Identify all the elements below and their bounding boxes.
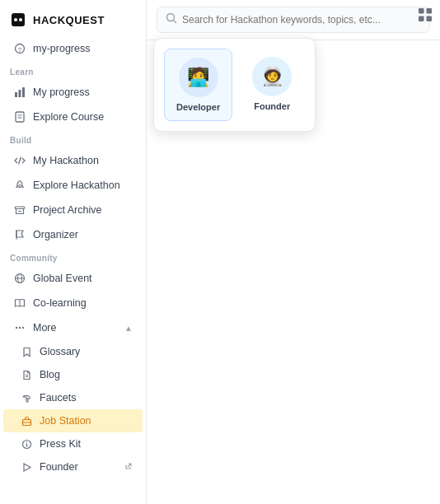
external-link-icon: [124, 462, 133, 472]
nav-item-job-station[interactable]: Job Station: [3, 409, 143, 432]
svg-rect-37: [427, 16, 433, 22]
svg-rect-36: [419, 16, 424, 22]
rocket-icon: [13, 179, 26, 192]
my-progress-label: My progress: [33, 86, 90, 98]
press-kit-label: Press Kit: [40, 438, 81, 450]
community-section-label: Community: [0, 247, 146, 266]
build-section-label: Build: [0, 129, 146, 148]
search-input[interactable]: [182, 14, 421, 26]
grid-icon-button[interactable]: [417, 7, 433, 26]
more-toggle[interactable]: More ▲: [3, 315, 143, 340]
svg-rect-6: [19, 90, 21, 97]
more-label: More: [33, 322, 56, 334]
global-event-label: Global Event: [33, 273, 92, 284]
founder-avatar: 🧑‍🚀: [252, 57, 292, 96]
nav-item-my-hackathon[interactable]: My Hackathon: [3, 148, 143, 173]
nav-item-explore-course[interactable]: Explore Course: [3, 105, 143, 129]
briefcase-icon: [20, 414, 33, 427]
svg-point-2: [19, 18, 22, 21]
nav-item-glossary[interactable]: Glossary: [3, 340, 143, 363]
developer-avatar: 🧑‍💻: [179, 58, 218, 97]
logo-area[interactable]: HACKQUEST: [0, 0, 146, 36]
developer-label: Developer: [176, 102, 220, 112]
search-bar: [147, 0, 440, 40]
svg-text:?: ?: [18, 46, 22, 54]
role-card-developer[interactable]: 🧑‍💻 Developer: [164, 49, 232, 121]
file-icon: [20, 368, 33, 381]
svg-point-20: [16, 327, 17, 329]
nav-item-founder[interactable]: Founder: [3, 455, 143, 478]
role-dropdown: 🧑‍💻 Developer 🧑‍🚀 Founder: [153, 38, 316, 132]
main-content: 🧑‍💻 Developer 🧑‍🚀 Founder: [147, 0, 440, 504]
svg-rect-35: [427, 8, 433, 14]
svg-marker-31: [24, 464, 30, 471]
nav-item-global-event[interactable]: Global Event: [3, 266, 143, 291]
flag-icon: [13, 228, 26, 241]
learn-section-label: Learn: [0, 61, 146, 80]
play-icon: [20, 460, 33, 474]
chevron-up-icon: ▲: [124, 324, 133, 333]
explore-hackathon-label: Explore Hackathon: [33, 180, 120, 191]
bookmark-icon: [20, 345, 33, 358]
svg-line-33: [173, 20, 176, 22]
faucets-label: Faucets: [40, 392, 76, 404]
search-wrapper[interactable]: [157, 7, 430, 33]
svg-point-1: [14, 18, 17, 21]
blog-label: Blog: [40, 369, 60, 380]
logo-text: HACKQUEST: [33, 14, 105, 26]
quest-icon: ?: [13, 42, 26, 55]
svg-rect-0: [12, 13, 25, 26]
chart-icon: [13, 86, 26, 99]
svg-point-12: [19, 184, 21, 186]
founder-label: Founder: [40, 461, 78, 473]
svg-rect-13: [16, 207, 25, 209]
nav-item-quest[interactable]: ? my-progress: [3, 36, 143, 61]
search-icon: [166, 12, 177, 27]
nav-item-blog[interactable]: Blog: [3, 363, 143, 386]
job-station-label: Job Station: [40, 415, 91, 427]
openbook-icon: [13, 296, 26, 310]
svg-rect-7: [22, 87, 25, 97]
nav-item-my-progress[interactable]: My progress: [3, 80, 143, 105]
nav-item-project-archive[interactable]: Project Archive: [3, 198, 143, 222]
archive-icon: [13, 203, 26, 217]
nav-item-organizer[interactable]: Organizer: [3, 222, 143, 247]
nav-item-press-kit[interactable]: Press Kit: [3, 432, 143, 455]
nav-item-co-learning[interactable]: Co-learning: [3, 291, 143, 315]
hackquest-logo-icon: [10, 12, 26, 28]
explore-course-label: Explore Course: [33, 111, 104, 123]
code-icon: [13, 154, 26, 167]
project-archive-label: Project Archive: [33, 204, 101, 216]
grid-icon: [417, 7, 433, 23]
svg-rect-8: [16, 112, 24, 122]
book-icon: [13, 110, 26, 124]
svg-line-11: [19, 157, 21, 165]
svg-point-22: [22, 327, 24, 329]
founder-role-label: Founder: [254, 101, 290, 111]
organizer-label: Organizer: [33, 229, 78, 240]
role-card-founder[interactable]: 🧑‍🚀 Founder: [239, 49, 305, 121]
more-dots-icon: [13, 321, 26, 334]
quest-label: my-progress: [33, 43, 90, 54]
sidebar: HACKQUEST ? my-progress Learn My progres…: [0, 0, 147, 504]
svg-point-30: [26, 441, 26, 442]
co-learning-label: Co-learning: [33, 297, 87, 309]
svg-rect-5: [15, 92, 17, 97]
nav-item-faucets[interactable]: Faucets: [3, 386, 143, 409]
nav-item-explore-hackathon[interactable]: Explore Hackathon: [3, 173, 143, 198]
faucet-icon: [20, 391, 33, 404]
my-hackathon-label: My Hackathon: [33, 155, 99, 166]
svg-point-21: [19, 327, 21, 329]
info-icon: [20, 437, 33, 450]
glossary-label: Glossary: [40, 346, 80, 357]
svg-rect-34: [419, 8, 424, 14]
more-item-left: More: [13, 321, 56, 334]
globe-icon: [13, 272, 26, 285]
